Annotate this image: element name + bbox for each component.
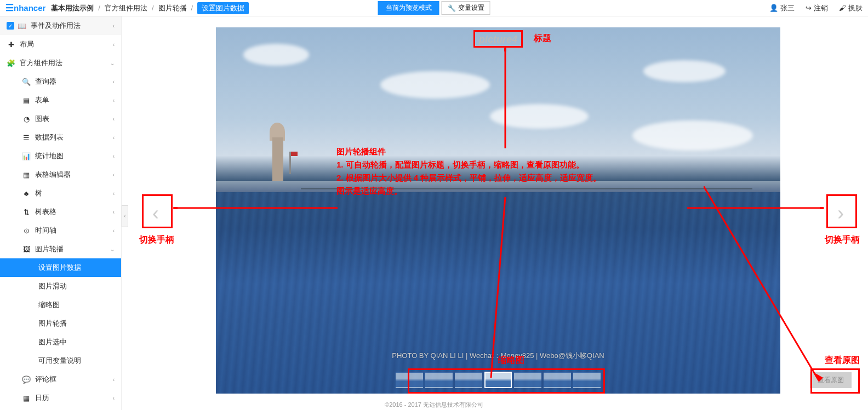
check-icon: ✓ — [7, 22, 14, 30]
image-watermark: PHOTO BY QIAN LI LI | Wechat：Money825 | … — [392, 351, 604, 361]
chevron-icon: ‹ — [113, 190, 115, 197]
logo: ☰nhancer — [5, 2, 45, 14]
chevron-icon: ⌄ — [110, 246, 115, 252]
logout-icon: ↪ — [806, 4, 812, 12]
sidebar-item-10[interactable]: ⇅树表格‹ — [0, 203, 121, 221]
topbar: ☰nhancer 基本用法示例 / 官方组件用法 / 图片轮播 / 设置图片数据… — [0, 0, 868, 16]
search-icon: 🔍 — [22, 78, 31, 86]
sidebar-item-label: 评论框 — [35, 374, 56, 384]
image-title: picture4 — [479, 34, 517, 45]
thumbnail-1[interactable] — [425, 372, 453, 388]
sidebar-toggle[interactable]: ‹ — [122, 205, 128, 227]
sidebar-item-label: 缩略图 — [38, 300, 60, 310]
thumbnail-3[interactable] — [484, 372, 512, 388]
sidebar-item-label: 查询器 — [35, 77, 56, 86]
book-icon: 📖 — [18, 22, 26, 30]
main-content: ‹ › picture4 PHOTO BY QIAN LI LI | Wecha… — [128, 16, 868, 399]
chevron-icon: ‹ — [113, 377, 115, 383]
sidebar-item-15[interactable]: 缩略图 — [0, 296, 121, 314]
sidebar-item-label: 表单 — [35, 95, 49, 105]
chart-icon: ◔ — [22, 115, 31, 123]
sidebar-item-label: 图片轮播 — [38, 319, 67, 328]
svg-marker-4 — [173, 207, 178, 209]
sidebar-item-label: 事件及动作用法 — [31, 21, 81, 31]
thumbnail-2[interactable] — [455, 372, 482, 388]
sidebar-item-19[interactable]: 💬评论框‹ — [0, 370, 121, 389]
chevron-icon: ‹ — [113, 228, 115, 234]
topbar-right: 👤 张三 ↪ 注销 🖌 换肤 — [769, 3, 863, 13]
user-menu[interactable]: 👤 张三 — [769, 3, 795, 13]
sidebar-item-label: 图片轮播 — [35, 244, 64, 254]
sidebar-item-14[interactable]: 图片滑动 — [0, 277, 121, 296]
sidebar-item-1[interactable]: ✚布局‹ — [0, 35, 121, 54]
svg-marker-6 — [820, 207, 824, 209]
sidebar-item-2[interactable]: 🧩官方组件用法⌄ — [0, 54, 121, 72]
sidebar-item-6[interactable]: ☰数据列表‹ — [0, 128, 121, 147]
topbar-center: 当前为预览模式 🔧 变量设置 — [378, 1, 490, 15]
footer: ©2016 - 2017 无远信息技术有限公司 — [0, 399, 868, 410]
thumbnail-4[interactable] — [514, 372, 541, 388]
sidebar-item-label: 设置图片数据 — [38, 263, 81, 273]
tree-icon: ♣ — [22, 189, 31, 198]
chevron-icon: ‹ — [113, 209, 115, 215]
user-icon: 👤 — [769, 4, 778, 12]
chevron-icon: ‹ — [113, 135, 115, 141]
thumbnails — [396, 372, 601, 388]
sidebar-item-13[interactable]: 设置图片数据 — [0, 258, 121, 277]
annotation-label-prev: 切换手柄 — [139, 234, 174, 246]
chevron-icon: ‹ — [113, 23, 115, 29]
breadcrumb-root[interactable]: 基本用法示例 — [51, 3, 94, 13]
sidebar-item-5[interactable]: ◔图表‹ — [0, 109, 121, 128]
time-icon: ⊙ — [22, 227, 31, 235]
wrench-icon: 🔧 — [448, 4, 456, 12]
variable-settings-button[interactable]: 🔧 变量设置 — [442, 1, 490, 15]
treegrid-icon: ⇅ — [22, 208, 31, 216]
sidebar-item-11[interactable]: ⊙时间轴‹ — [0, 221, 121, 240]
sidebar-item-3[interactable]: 🔍查询器‹ — [0, 72, 121, 91]
thumbnail-0[interactable] — [396, 372, 423, 388]
sidebar-item-label: 树表格 — [35, 207, 56, 217]
carousel-prev-arrow[interactable]: ‹ — [145, 197, 167, 230]
preview-mode-badge: 当前为预览模式 — [378, 1, 439, 15]
breadcrumb: 基本用法示例 / 官方组件用法 / 图片轮播 / 设置图片数据 — [51, 2, 249, 14]
comment-icon: 💬 — [22, 376, 31, 384]
breadcrumb-item-active[interactable]: 设置图片数据 — [197, 2, 249, 14]
sidebar-item-label: 统计地图 — [35, 151, 64, 161]
sidebar-item-18[interactable]: 可用变量说明 — [0, 351, 121, 370]
sidebar-item-4[interactable]: ▤表单‹ — [0, 91, 121, 109]
layout-icon: ✚ — [7, 41, 15, 49]
image-carousel: ‹ › picture4 PHOTO BY QIAN LI LI | Wecha… — [139, 27, 857, 399]
chevron-icon: ⌄ — [110, 60, 115, 66]
skin-button[interactable]: 🖌 换肤 — [839, 3, 863, 13]
breadcrumb-item-2[interactable]: 图片轮播 — [158, 3, 187, 13]
logout-button[interactable]: ↪ 注销 — [806, 3, 828, 13]
sidebar-item-8[interactable]: ▦表格编辑器‹ — [0, 165, 121, 184]
chevron-icon: ‹ — [113, 153, 115, 159]
chevron-icon: ‹ — [113, 42, 115, 48]
sidebar-item-label: 图表 — [35, 114, 49, 124]
view-original-button[interactable]: 查看原图 — [810, 372, 852, 388]
sidebar-item-17[interactable]: 图片选中 — [0, 333, 121, 351]
thumbnail-6[interactable] — [573, 372, 601, 388]
breadcrumb-item-1[interactable]: 官方组件用法 — [105, 3, 147, 13]
sidebar-item-7[interactable]: 📊统计地图‹ — [0, 147, 121, 165]
chevron-icon: ‹ — [113, 79, 115, 85]
sidebar-item-9[interactable]: ♣树‹ — [0, 184, 121, 203]
sidebar-item-label: 数据列表 — [35, 132, 64, 142]
puzzle-icon: 🧩 — [7, 59, 15, 67]
thumbnail-5[interactable] — [544, 372, 571, 388]
carousel-next-arrow[interactable]: › — [830, 197, 852, 230]
sidebar-item-16[interactable]: 图片轮播 — [0, 314, 121, 333]
sidebar-item-label: 图片滑动 — [38, 281, 67, 291]
carousel-image: picture4 PHOTO BY QIAN LI LI | Wechat：Mo… — [216, 27, 780, 394]
sidebar-item-12[interactable]: 🖼图片轮播⌄ — [0, 240, 121, 258]
image-icon: 🖼 — [22, 245, 31, 253]
sidebar-item-0[interactable]: ✓📖事件及动作用法‹ — [0, 16, 121, 35]
sidebar-item-label: 时间轴 — [35, 226, 56, 235]
skin-icon: 🖌 — [839, 4, 846, 12]
sidebar-item-label: 表格编辑器 — [35, 170, 71, 180]
sidebar-item-label: 树 — [35, 188, 42, 198]
chevron-icon: ‹ — [113, 172, 115, 178]
annotation-label-next: 切换手柄 — [825, 234, 860, 246]
sidebar-item-label: 可用变量说明 — [38, 356, 81, 366]
